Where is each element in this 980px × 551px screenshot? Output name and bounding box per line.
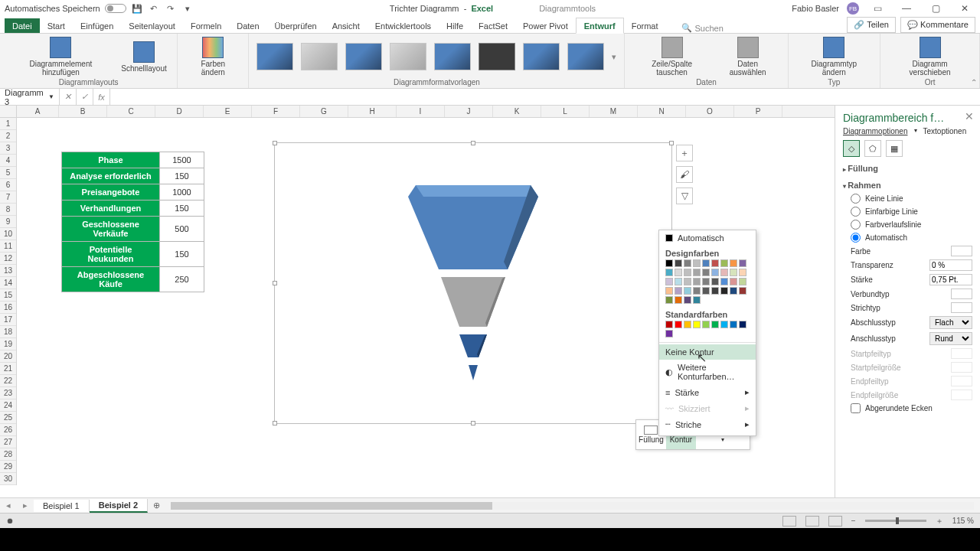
change-chart-type-button[interactable]: Diagrammtyp ändern (796, 35, 873, 78)
cancel-fx-icon[interactable]: ✕ (60, 89, 77, 105)
radio-solid-line[interactable] (851, 207, 861, 217)
minimize-icon[interactable]: — (896, 2, 917, 15)
border-color-button[interactable] (951, 246, 972, 256)
row-header[interactable]: 3 (0, 142, 16, 155)
picker-weight[interactable]: ≡Stärke▸ (659, 384, 756, 400)
table-row[interactable]: Abgeschlossene Käufe (62, 267, 160, 292)
row-header[interactable]: 17 (0, 314, 16, 326)
tab-factset[interactable]: FactSet (471, 18, 515, 33)
column-header[interactable]: H (348, 106, 397, 117)
pane-tab-text-options[interactable]: Textoptionen (923, 127, 967, 135)
switch-row-col-button[interactable]: Zeile/Spalte tauschen (632, 35, 710, 78)
chart-style-8[interactable] (567, 43, 604, 70)
select-data-button[interactable]: Daten auswählen (716, 35, 780, 78)
search-label[interactable]: Suchen (695, 24, 724, 33)
view-normal-icon[interactable] (782, 516, 796, 527)
resize-handle[interactable] (273, 421, 277, 425)
column-header[interactable]: M (590, 106, 638, 117)
chart-style-7[interactable] (523, 43, 560, 70)
column-header[interactable]: A (17, 106, 59, 117)
resize-handle[interactable] (273, 141, 277, 145)
column-header[interactable]: N (638, 106, 686, 117)
row-header[interactable]: 9 (0, 216, 16, 228)
picker-more-colors[interactable]: ◐Weitere Konturfarben… (659, 360, 756, 384)
pane-icon-fill-line[interactable]: ◇ (843, 140, 860, 157)
tab-developer[interactable]: Entwicklertools (368, 18, 439, 33)
chevron-down-icon[interactable]: ▼ (48, 93, 54, 100)
section-border[interactable]: Rahmen (843, 178, 972, 192)
row-header[interactable]: 1 (0, 118, 16, 130)
column-header[interactable]: K (493, 106, 541, 117)
tab-powerpivot[interactable]: Power Pivot (515, 18, 576, 33)
table-row[interactable]: Geschlossene Verkäufe (62, 217, 160, 242)
quick-layout-button[interactable]: Schnelllayout (119, 40, 169, 74)
row-header[interactable]: 23 (0, 387, 16, 399)
chart-object[interactable]: ＋ 🖌 ▽ (274, 142, 672, 424)
zoom-in-icon[interactable]: ＋ (936, 516, 943, 527)
picker-automatic[interactable]: Automatisch (659, 230, 756, 246)
zoom-level[interactable]: 115 % (952, 517, 974, 525)
column-header[interactable]: P (734, 106, 782, 117)
row-header[interactable]: 5 (0, 167, 16, 179)
resize-handle[interactable] (471, 421, 475, 425)
tab-view[interactable]: Ansicht (325, 18, 368, 33)
row-header[interactable]: 14 (0, 277, 16, 289)
chart-style-1[interactable] (256, 43, 293, 70)
chart-style-3[interactable] (345, 43, 382, 70)
transparency-input[interactable] (929, 259, 972, 271)
zoom-out-icon[interactable]: − (851, 517, 856, 525)
comments-button[interactable]: 💬 Kommentare (900, 17, 975, 33)
row-header[interactable]: 30 (0, 473, 16, 485)
ribbon-mode-icon[interactable]: ▭ (867, 2, 888, 15)
view-pagelayout-icon[interactable] (805, 516, 819, 527)
column-header[interactable]: C (107, 106, 155, 117)
chart-styles-button[interactable]: 🖌 (676, 166, 693, 183)
autosave-toggle[interactable] (105, 4, 126, 13)
search-icon[interactable]: 🔍 (681, 23, 692, 33)
table-row[interactable]: Analyse erforderlich (62, 168, 160, 184)
outline-color-picker[interactable]: Automatisch Designfarben Standardfarben … (658, 230, 756, 436)
row-header[interactable]: 15 (0, 289, 16, 302)
row-header[interactable]: 28 (0, 448, 16, 461)
pane-icon-size[interactable]: ▦ (886, 140, 903, 157)
row-header[interactable]: 16 (0, 302, 16, 314)
pane-icon-effects[interactable]: ⬠ (864, 140, 881, 157)
select-all-cell[interactable] (0, 106, 17, 118)
name-box[interactable]: Diagramm 3▼ (0, 89, 60, 105)
column-header[interactable]: J (445, 106, 493, 117)
row-headers[interactable]: 1234567891011121314151617181920212223242… (0, 118, 17, 485)
radio-gradient-line[interactable] (851, 220, 861, 230)
sheet-nav-prev-icon[interactable]: ◂ (0, 500, 17, 510)
row-header[interactable]: 27 (0, 436, 16, 448)
rounded-corners-checkbox[interactable] (851, 403, 861, 413)
theme-color-swatches[interactable] (659, 259, 756, 307)
standard-color-swatches[interactable] (659, 321, 756, 341)
table-header-key[interactable]: Phase (62, 152, 160, 168)
tab-design[interactable]: Entwurf (576, 18, 624, 34)
row-header[interactable]: 2 (0, 130, 16, 142)
tab-pagelayout[interactable]: Seitenlayout (121, 18, 183, 33)
column-header[interactable]: B (59, 106, 107, 117)
row-header[interactable]: 11 (0, 240, 16, 253)
column-header[interactable]: F (252, 106, 300, 117)
row-header[interactable]: 7 (0, 191, 16, 204)
row-header[interactable]: 29 (0, 461, 16, 473)
row-header[interactable]: 13 (0, 265, 16, 277)
chart-style-2[interactable] (301, 43, 338, 70)
row-header[interactable]: 10 (0, 228, 16, 240)
row-header[interactable]: 20 (0, 350, 16, 363)
chart-style-5[interactable] (434, 43, 471, 70)
collapse-ribbon-icon[interactable]: ⌃ (971, 78, 977, 86)
change-colors-button[interactable]: Farben ändern (185, 35, 240, 78)
row-header[interactable]: 12 (0, 253, 16, 265)
row-header[interactable]: 6 (0, 179, 16, 191)
section-fill[interactable]: Füllung (843, 161, 972, 175)
column-headers[interactable]: ABCDEFGHIJKLMNOP (17, 106, 835, 118)
column-header[interactable]: E (204, 106, 252, 117)
sheet-tab-1[interactable]: Beispiel 1 (34, 500, 90, 512)
column-header[interactable]: G (300, 106, 348, 117)
tab-format[interactable]: Format (624, 18, 666, 33)
table-row[interactable]: Preisangebote (62, 184, 160, 201)
row-header[interactable]: 19 (0, 338, 16, 350)
resize-handle[interactable] (471, 141, 475, 145)
